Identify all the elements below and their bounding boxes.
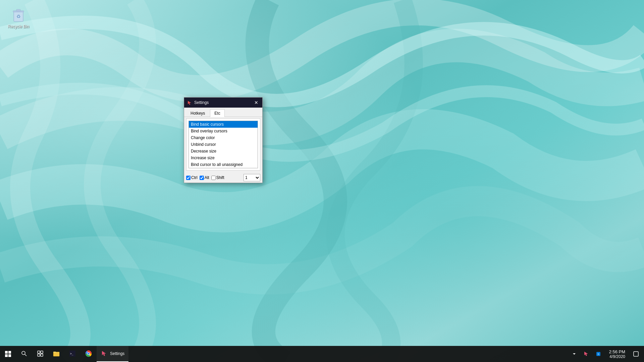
svg-point-17 [88, 353, 90, 355]
svg-rect-8 [38, 351, 40, 353]
tray-cursor-icon[interactable] [581, 346, 592, 362]
svg-marker-5 [188, 101, 191, 105]
svg-text:♻: ♻ [16, 14, 21, 19]
listbox-item-unbind-cursor[interactable]: Unbind cursor [189, 141, 258, 148]
svg-point-6 [22, 351, 25, 355]
settings-app-label: Settings [110, 351, 124, 356]
key-select[interactable]: 1 2 3 4 5 [244, 174, 260, 181]
taskview-icon [37, 350, 44, 357]
hotkey-controls: Ctrl Alt Shift 1 2 3 4 5 [184, 173, 262, 183]
tray-store-icon[interactable]: S [593, 346, 604, 362]
svg-rect-23 [634, 352, 638, 356]
svg-marker-18 [102, 351, 106, 356]
search-icon [21, 350, 28, 357]
notification-button[interactable] [631, 346, 641, 362]
svg-marker-19 [573, 353, 576, 355]
tray-date: 4/9/2020 [609, 354, 625, 359]
start-icon [5, 351, 11, 357]
tab-etc[interactable]: Etc [210, 109, 224, 117]
tray-arrow-icon[interactable] [569, 346, 580, 362]
taskbar-cmd[interactable]: >_ [64, 346, 80, 362]
cmd-icon: >_ [69, 350, 76, 357]
svg-text:S: S [597, 353, 599, 356]
taskbar: >_ [0, 346, 644, 362]
ctrl-group: Ctrl [186, 175, 198, 180]
svg-rect-11 [41, 354, 43, 356]
taskview-button[interactable] [32, 346, 48, 362]
taskbar-file-explorer[interactable] [48, 346, 64, 362]
file-explorer-icon [53, 350, 60, 357]
settings-app-icon [101, 350, 107, 357]
dialog-close-button[interactable]: ✕ [253, 99, 260, 106]
tray-clock[interactable]: 2:56 PM 4/9/2020 [605, 346, 629, 362]
dialog-title: Settings [194, 100, 253, 105]
listbox-item-bind-overlay[interactable]: Bind overlay cursors [189, 128, 258, 134]
listbox-item-decrease-size[interactable]: Decrease size [189, 148, 258, 155]
recycle-bin[interactable]: ♻ Recycle Bin [7, 7, 30, 29]
settings-dialog: Settings ✕ Hotkeys Etc Bind basic cursor… [184, 97, 263, 183]
dialog-app-icon [187, 100, 192, 105]
desktop: ♻ Recycle Bin Settings ✕ Hotkeys Etc Bin… [0, 0, 644, 362]
svg-rect-3 [16, 9, 20, 11]
tab-hotkeys[interactable]: Hotkeys [186, 109, 209, 117]
listbox-item-increase-size[interactable]: Increase size [189, 155, 258, 161]
tray-time: 2:56 PM [609, 349, 625, 354]
shift-checkbox[interactable] [211, 176, 216, 180]
listbox-item-change-color[interactable]: Change color [189, 134, 258, 141]
listbox-item-bind-basic[interactable]: Bind basic cursors [189, 121, 258, 128]
alt-checkbox[interactable] [200, 176, 204, 180]
svg-text:>_: >_ [70, 352, 73, 355]
ctrl-label[interactable]: Ctrl [191, 175, 198, 180]
svg-rect-0 [0, 0, 644, 362]
svg-marker-20 [584, 352, 588, 356]
dialog-main-content: Bind basic cursors Bind overlay cursors … [186, 118, 260, 171]
svg-rect-9 [41, 351, 43, 353]
shift-group: Shift [211, 175, 224, 180]
recycle-bin-label: Recycle Bin [8, 24, 29, 29]
recycle-bin-icon: ♻ [10, 7, 26, 23]
action-listbox: Bind basic cursors Bind overlay cursors … [189, 121, 258, 168]
system-tray: S 2:56 PM 4/9/2020 [566, 346, 644, 362]
listbox-item-bind-all[interactable]: Bind cursor to all unassigned [189, 161, 258, 168]
dialog-tabs: Hotkeys Etc [184, 108, 262, 117]
ctrl-checkbox[interactable] [186, 176, 191, 180]
svg-line-7 [25, 354, 26, 356]
taskbar-settings-app[interactable]: Settings [97, 346, 128, 362]
chrome-icon [85, 350, 92, 357]
start-button[interactable] [0, 346, 16, 362]
dialog-titlebar: Settings ✕ [184, 98, 262, 108]
alt-label[interactable]: Alt [205, 175, 209, 180]
taskbar-search-button[interactable] [16, 346, 32, 362]
shift-label[interactable]: Shift [216, 175, 224, 180]
alt-group: Alt [200, 175, 209, 180]
svg-rect-10 [38, 354, 40, 356]
taskbar-chrome[interactable] [80, 346, 97, 362]
